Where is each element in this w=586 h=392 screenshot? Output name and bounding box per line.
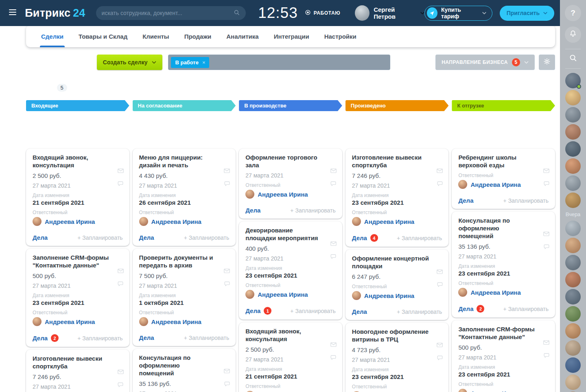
responsible-name-link[interactable]: Андреева Ирина	[470, 181, 520, 188]
sidebar-item-desktop[interactable]	[6, 297, 20, 311]
responsible-name-link[interactable]: Андреева Ирина	[470, 289, 520, 296]
phone-icon[interactable]	[542, 217, 550, 225]
coworker-avatar[interactable]	[565, 124, 581, 140]
sidebar-item-mail[interactable]	[6, 160, 20, 174]
comment-icon[interactable]	[436, 281, 444, 288]
comment-icon[interactable]	[223, 380, 231, 388]
coworker-avatar[interactable]	[565, 340, 581, 356]
phone-icon[interactable]	[436, 328, 444, 336]
mail-icon[interactable]	[223, 367, 231, 375]
responsible-name-link[interactable]: Андреева Ирина	[151, 218, 201, 225]
comment-icon[interactable]	[436, 180, 444, 187]
phone-icon[interactable]	[542, 154, 550, 162]
deal-card[interactable]: Входящий звонок, консультация2 500 руб.2…	[239, 322, 342, 392]
plan-activity-link[interactable]: + Запланировать	[77, 335, 122, 342]
sidebar-item-flask[interactable]	[6, 217, 20, 231]
comment-icon[interactable]	[543, 352, 550, 359]
tab-аналитика[interactable]: Аналитика	[226, 25, 258, 47]
sidebar-item-widgets-grid[interactable]	[6, 60, 20, 74]
mail-icon[interactable]	[117, 167, 125, 175]
deal-card[interactable]: Изготовление вывески спортклуба7 246 руб…	[26, 350, 129, 392]
deals-link[interactable]: Дела2	[33, 334, 59, 342]
comment-icon[interactable]	[543, 243, 550, 250]
mail-icon[interactable]	[436, 167, 444, 175]
mail-icon[interactable]	[223, 167, 231, 175]
add-deal-button[interactable]: +	[133, 133, 235, 145]
sidebar-item-collapse-up[interactable]	[6, 240, 20, 254]
deal-card[interactable]: Изготовление вывески спортклуба7 246 руб…	[345, 149, 449, 247]
extensions-button[interactable]: Расширения	[352, 81, 412, 94]
global-search[interactable]	[96, 6, 246, 20]
sidebar-item-messenger[interactable]	[6, 174, 20, 188]
add-deal-button[interactable]: +	[240, 133, 341, 145]
coworker-avatar[interactable]	[565, 357, 581, 373]
hamburger-menu-button[interactable]	[0, 0, 25, 26]
deals-link[interactable]: Дела	[139, 234, 154, 241]
view-tab-календарь[interactable]: Календарь	[524, 84, 555, 91]
plan-activity-link[interactable]: + Запланировать	[397, 235, 442, 241]
comment-icon[interactable]	[223, 180, 231, 187]
phone-icon[interactable]	[223, 354, 231, 362]
phone-icon[interactable]	[436, 154, 444, 162]
column-header[interactable]: В производстве	[239, 100, 342, 111]
tab-клиенты[interactable]: Клиенты	[142, 25, 169, 47]
comment-icon[interactable]	[330, 253, 337, 260]
tab-сделки[interactable]: Сделки	[41, 25, 63, 47]
phone-icon[interactable]	[330, 227, 337, 234]
plan-activity-link[interactable]: + Запланировать	[184, 234, 229, 241]
responsible-name-link[interactable]: Андреева Ирина	[258, 291, 308, 298]
deals-link[interactable]: Дела	[139, 334, 154, 341]
sidebar-item-add-plus[interactable]	[6, 320, 20, 334]
mail-icon[interactable]	[223, 267, 231, 275]
responsible-name-link[interactable]: Андреева Ирина	[151, 318, 201, 325]
responsible-name-link[interactable]: Андреева Ирина	[258, 191, 308, 198]
filter-search-field[interactable]: В работе ×	[168, 55, 390, 70]
mail-icon[interactable]	[117, 368, 125, 376]
deal-card[interactable]: Оформление концертной площадки6 247 руб.…	[345, 250, 449, 320]
sidebar-item-folder[interactable]	[6, 74, 20, 88]
comment-icon[interactable]	[117, 180, 124, 187]
phone-icon[interactable]	[117, 154, 125, 162]
coworker-avatar[interactable]	[565, 175, 581, 191]
create-deal-button[interactable]: Создать сделку	[97, 55, 163, 70]
sidebar-item-mobile[interactable]	[6, 283, 20, 297]
column-header[interactable]: К отгрузке	[452, 100, 555, 111]
coworker-avatar[interactable]	[565, 255, 581, 270]
sidebar-item-filter-funnel[interactable]	[6, 45, 20, 60]
plan-activity-link[interactable]: + Запланировать	[290, 207, 335, 214]
deal-card[interactable]: Декорирование площадки мероприятия400 ру…	[239, 221, 342, 320]
comment-icon[interactable]	[117, 381, 124, 388]
responsible-name-link[interactable]: Андреева Ирина	[364, 292, 414, 299]
business-direction-select[interactable]: НАПРАВЛЕНИЕ БИЗНЕСА 5	[435, 55, 535, 70]
comment-icon[interactable]	[223, 280, 231, 287]
plan-activity-link[interactable]: + Запланировать	[397, 309, 442, 315]
mail-icon[interactable]	[542, 339, 550, 346]
deals-link[interactable]: Дела4	[352, 234, 378, 242]
notifications-button[interactable]	[565, 26, 581, 43]
add-deal-button[interactable]: +	[346, 133, 448, 145]
coworker-avatar[interactable]	[565, 141, 581, 157]
close-icon[interactable]: ×	[202, 59, 206, 66]
responsible-name-link[interactable]: Андреева Ирина	[364, 218, 414, 225]
quick-deal-button[interactable]: + Быстрая сделка	[27, 133, 129, 145]
coworker-avatar[interactable]	[565, 158, 581, 174]
responsible-name-link[interactable]: Андреева Ирина	[45, 318, 95, 325]
mail-icon[interactable]	[436, 268, 444, 276]
search-icon[interactable]	[569, 53, 577, 64]
coworker-avatar[interactable]	[565, 107, 581, 123]
sidebar-item-browser-window[interactable]	[6, 31, 20, 46]
deals-link[interactable]: Дела1	[245, 307, 271, 315]
work-timer[interactable]: 12:53	[258, 4, 298, 22]
deal-card[interactable]: Оформление торгового зала27 марта 2021От…	[239, 149, 342, 219]
deals-link[interactable]: Дела	[245, 207, 260, 214]
plan-activity-link[interactable]: + Запланировать	[77, 234, 122, 241]
coworker-avatar[interactable]	[565, 90, 581, 105]
mail-icon[interactable]	[117, 267, 125, 275]
mail-icon[interactable]	[330, 240, 337, 247]
coworker-avatar[interactable]	[565, 193, 581, 208]
sidebar-item-contact-card[interactable]	[6, 88, 20, 103]
deal-card[interactable]: Заполнение CRM-формы "Контактные данные"…	[452, 320, 555, 392]
plan-activity-link[interactable]: + Запланировать	[503, 197, 549, 204]
deals-link[interactable]: Дела2	[458, 305, 484, 313]
deal-card[interactable]: Заполнение CRM-формы "Контактные данные"…	[26, 249, 129, 347]
